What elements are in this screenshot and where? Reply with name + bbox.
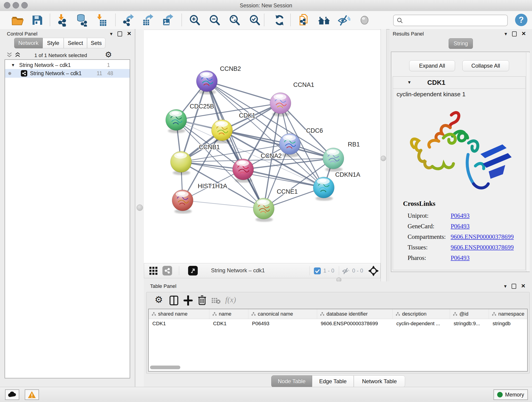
network-node-ccne1[interactable]: CCNE1 <box>253 188 298 222</box>
column-header-description[interactable]: description <box>393 309 450 319</box>
tab-string[interactable]: String <box>449 38 473 49</box>
export-network-button[interactable] <box>121 13 136 27</box>
collapse-panel-icon[interactable]: ▾ <box>110 32 113 36</box>
import-network-from-database-button[interactable] <box>75 13 89 27</box>
crosslink-link[interactable]: 9606.ENSP00000378699 <box>451 233 514 240</box>
column-header-shared-name[interactable]: shared name <box>149 309 209 319</box>
crosslink-link[interactable]: P06493 <box>451 212 470 219</box>
float-panel-icon[interactable] <box>512 32 517 36</box>
network-share-view-icon[interactable] <box>162 266 172 275</box>
show-glass-button[interactable] <box>357 13 372 27</box>
close-panel-icon[interactable]: × <box>521 282 525 289</box>
expand-all-button[interactable]: Expand All <box>409 60 455 71</box>
collapse-panel-icon[interactable]: ▾ <box>504 284 507 289</box>
table-cell[interactable]: cyclin-dependent ... <box>393 319 450 328</box>
network-row-selected[interactable]: String Network – cdk1 11 48 <box>5 69 130 78</box>
tab-node-table[interactable]: Node Table <box>271 375 312 387</box>
zoom-fit-button[interactable] <box>227 13 242 27</box>
crosslink-link[interactable]: P06493 <box>451 223 470 230</box>
delete-table-icon[interactable] <box>211 297 221 304</box>
left-splitter[interactable] <box>135 29 144 387</box>
open-session-button[interactable] <box>10 13 25 27</box>
collapse-panel-icon[interactable]: ▾ <box>505 32 507 36</box>
column-header-database-identifier[interactable]: database identifier <box>317 309 393 319</box>
search-input[interactable] <box>405 17 507 24</box>
collapse-all-button[interactable]: Collapse All <box>462 60 509 71</box>
expand-all-icon[interactable] <box>15 52 21 57</box>
refresh-button[interactable] <box>272 13 287 27</box>
add-column-icon[interactable] <box>184 295 193 306</box>
network-collection-row[interactable]: ▼ String Network – cdk1 1 <box>5 61 130 69</box>
string-results-box: Expand All Collapse All ▾ CDK1 cyclin-de… <box>391 51 530 272</box>
horizontal-splitter[interactable] <box>144 278 380 281</box>
hidden-eye-slash-icon[interactable] <box>342 267 350 275</box>
help-button[interactable]: ? <box>515 14 527 26</box>
network-canvas[interactable]: CCNB2CCNA1CDC25BCDK1CDC6RB1CCNB1CCNA2CDK… <box>144 29 380 263</box>
delete-column-icon[interactable] <box>198 295 206 306</box>
column-header-name[interactable]: name <box>209 309 248 319</box>
hide-glass-button[interactable] <box>336 13 351 27</box>
network-node-cdkn1a[interactable]: CDKN1A <box>313 171 360 201</box>
table-cell[interactable]: 9606.ENSP00000378699 <box>317 319 393 328</box>
tab-sets[interactable]: Sets <box>87 38 105 48</box>
network-node-rb1[interactable]: RB1 <box>323 141 360 172</box>
float-panel-icon[interactable] <box>512 284 516 289</box>
column-header-canonical-name[interactable]: canonical name <box>248 309 317 319</box>
splitter-grip[interactable] <box>380 156 386 161</box>
crosslink-label: Compartments: <box>408 233 451 240</box>
home-networks-button[interactable] <box>317 13 331 27</box>
string-document-button[interactable] <box>298 13 312 27</box>
results-scrollbar[interactable] <box>526 52 530 272</box>
warnings-button[interactable] <box>25 389 39 400</box>
table-cell[interactable]: stringdb <box>489 319 528 328</box>
crosslink-link[interactable]: 9606.ENSP00000378699 <box>451 244 514 251</box>
table-row[interactable]: CDK1CDK1P064939606.ENSP00000378699cyclin… <box>149 319 528 328</box>
close-panel-icon[interactable]: × <box>127 30 131 37</box>
selected-checkbox-icon[interactable] <box>314 267 321 274</box>
function-builder-icon[interactable]: f(x) <box>225 295 236 304</box>
table-options-gear-icon[interactable]: ⚙ <box>155 295 163 304</box>
splitter-grip[interactable] <box>137 204 143 211</box>
network-edge[interactable] <box>207 81 333 158</box>
right-splitter[interactable] <box>380 29 386 281</box>
section-expander-icon[interactable]: ▾ <box>408 80 411 85</box>
tab-select[interactable]: Select <box>64 38 87 48</box>
import-table-button[interactable] <box>94 13 109 27</box>
table-cell[interactable]: P06493 <box>248 319 317 328</box>
float-panel-icon[interactable] <box>118 32 122 36</box>
table-hscrollbar[interactable] <box>150 366 180 369</box>
table-cell[interactable]: stringdb:9... <box>450 319 489 328</box>
import-network-button[interactable] <box>56 13 70 27</box>
zoom-in-button[interactable] <box>187 13 202 27</box>
table-cell[interactable]: CDK1 <box>209 319 248 328</box>
column-header-namespace[interactable]: namespace <box>489 309 528 319</box>
table-cell[interactable]: CDK1 <box>149 319 209 328</box>
node-table[interactable]: shared namenamecanonical namedatabase id… <box>148 309 528 371</box>
network-edge[interactable] <box>207 81 280 103</box>
grid-view-icon[interactable] <box>149 267 158 275</box>
tab-network[interactable]: Network <box>14 38 43 48</box>
save-session-button[interactable] <box>30 13 44 27</box>
tab-style[interactable]: Style <box>43 38 64 48</box>
expander-triangle-icon[interactable]: ▼ <box>11 63 15 68</box>
show-columns-icon[interactable] <box>169 295 178 306</box>
tab-edge-table[interactable]: Edge Table <box>312 375 354 387</box>
memory-button[interactable]: Memory <box>494 389 528 400</box>
network-node-hist1h1a[interactable]: HIST1H1A <box>172 183 227 214</box>
collapse-all-icon[interactable] <box>6 52 12 57</box>
zoom-selected-button[interactable] <box>247 13 262 27</box>
network-node-ccna1[interactable]: CCNA1 <box>270 81 314 116</box>
export-table-button[interactable] <box>141 13 156 27</box>
export-image-button[interactable] <box>161 13 176 27</box>
network-graph[interactable]: CCNB2CCNA1CDC25BCDK1CDC6RB1CCNB1CCNA2CDK… <box>144 30 380 263</box>
tab-network-table[interactable]: Network Table <box>354 375 405 387</box>
cloud-status-button[interactable] <box>5 389 19 400</box>
zoom-out-button[interactable] <box>207 13 222 27</box>
pan-crosshair-icon[interactable] <box>368 265 379 277</box>
network-options-gear-icon[interactable]: ⚙ <box>105 51 112 58</box>
birdseye-view-icon[interactable] <box>188 266 198 275</box>
table-header-row: shared namenamecanonical namedatabase id… <box>149 309 528 319</box>
close-panel-icon[interactable]: × <box>522 30 526 37</box>
column-header--id[interactable]: @id <box>450 309 489 319</box>
crosslink-link[interactable]: P06493 <box>451 254 470 262</box>
